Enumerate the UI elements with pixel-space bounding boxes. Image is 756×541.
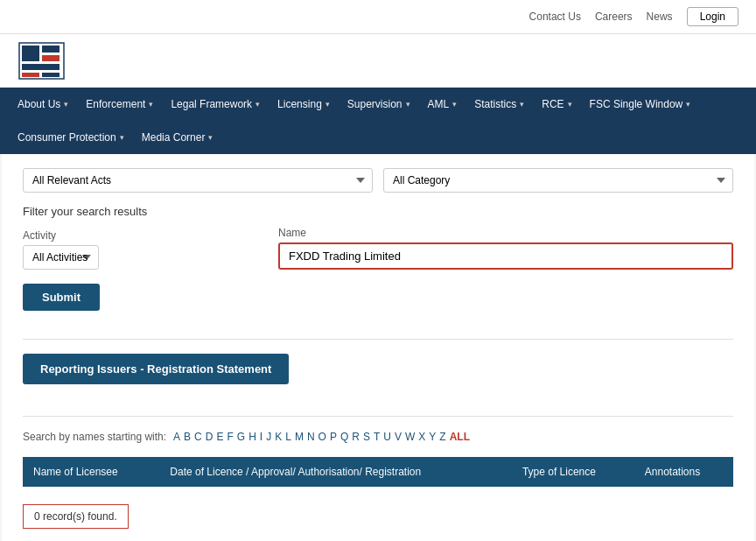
alpha-M[interactable]: M: [295, 431, 304, 443]
nav-legal-framework[interactable]: Legal Framework ▾: [162, 88, 269, 121]
name-input-wrapper: [278, 242, 733, 270]
table-header-name: Name of Licensee: [23, 457, 159, 487]
alpha-search-row: Search by names starting with: A B C D E…: [23, 431, 733, 443]
alpha-X[interactable]: X: [418, 431, 425, 443]
alpha-I[interactable]: I: [260, 431, 262, 443]
alpha-K[interactable]: K: [275, 431, 282, 443]
relevant-acts-select[interactable]: All Relevant Acts: [23, 168, 373, 193]
alpha-C[interactable]: C: [194, 431, 202, 443]
alpha-D[interactable]: D: [206, 431, 214, 443]
nav-consumer-protection[interactable]: Consumer Protection ▾: [9, 121, 133, 154]
results-table: Name of Licensee Date of Licence / Appro…: [23, 457, 733, 487]
header-logo-area: [0, 34, 756, 88]
filter-row-top: All Relevant Acts All Category: [23, 168, 733, 193]
alpha-V[interactable]: V: [395, 431, 402, 443]
table-header-row: Name of Licensee Date of Licence / Appro…: [23, 457, 733, 487]
nav-aml[interactable]: AML ▾: [419, 88, 466, 121]
name-column: Name: [278, 227, 733, 270]
svg-rect-1: [22, 46, 39, 61]
table-header-date: Date of Licence / Approval/ Authorisatio…: [159, 457, 512, 487]
alpha-L[interactable]: L: [285, 431, 291, 443]
activity-name-row: Activity All Activities Name: [23, 227, 733, 270]
alpha-G[interactable]: G: [237, 431, 245, 443]
alpha-search-label: Search by names starting with:: [23, 431, 166, 443]
alpha-Q[interactable]: Q: [340, 431, 348, 443]
main-content: All Relevant Acts All Category Filter yo…: [2, 154, 754, 541]
nav-legal-framework-arrow: ▾: [256, 100, 260, 109]
table-header-annotations: Annotations: [634, 457, 733, 487]
activity-column: Activity All Activities: [23, 229, 268, 270]
activity-select[interactable]: All Activities: [23, 245, 99, 270]
alpha-N[interactable]: N: [307, 431, 315, 443]
login-button[interactable]: Login: [687, 7, 738, 26]
alpha-Y[interactable]: Y: [429, 431, 436, 443]
nav-media-corner-arrow: ▾: [208, 133, 213, 142]
alpha-F[interactable]: F: [227, 431, 233, 443]
filter-section-title: Filter your search results: [23, 205, 733, 218]
divider-2: [23, 416, 733, 417]
alpha-O[interactable]: O: [318, 431, 326, 443]
alpha-J[interactable]: J: [266, 431, 271, 443]
submit-button[interactable]: Submit: [23, 284, 100, 311]
name-input[interactable]: [280, 244, 732, 268]
nav-fsc-single-window-arrow: ▾: [686, 100, 690, 109]
logo: [18, 41, 66, 81]
nav-enforcement-arrow: ▾: [149, 100, 153, 109]
alpha-B[interactable]: B: [184, 431, 191, 443]
alpha-E[interactable]: E: [216, 431, 223, 443]
nav-media-corner[interactable]: Media Corner ▾: [133, 121, 222, 154]
alpha-S[interactable]: S: [363, 431, 370, 443]
nav-statistics-arrow: ▾: [520, 100, 524, 109]
alpha-T[interactable]: T: [374, 431, 380, 443]
svg-rect-4: [22, 64, 60, 70]
alpha-Z[interactable]: Z: [439, 431, 445, 443]
top-bar: Contact Us Careers News Login: [0, 0, 756, 34]
nav-supervision[interactable]: Supervision ▾: [339, 88, 419, 121]
nav-licensing-arrow: ▾: [326, 100, 330, 109]
alpha-P[interactable]: P: [330, 431, 337, 443]
svg-rect-6: [42, 73, 60, 77]
alpha-W[interactable]: W: [405, 431, 415, 443]
alpha-A[interactable]: A: [173, 431, 180, 443]
table-header-type: Type of Licence: [512, 457, 634, 487]
news-link[interactable]: News: [647, 11, 673, 23]
nav-about-us-arrow: ▾: [64, 100, 68, 109]
activity-label: Activity: [23, 229, 268, 242]
nav-consumer-protection-arrow: ▾: [120, 133, 124, 142]
nav-supervision-arrow: ▾: [406, 100, 410, 109]
nav-enforcement[interactable]: Enforcement ▾: [77, 88, 162, 121]
svg-rect-3: [42, 55, 60, 61]
contact-us-link[interactable]: Contact Us: [529, 11, 581, 23]
reg-statement-button[interactable]: Reporting Issuers - Registration Stateme…: [23, 354, 289, 384]
svg-rect-2: [42, 46, 60, 53]
nav-statistics[interactable]: Statistics ▾: [466, 88, 533, 121]
nav-fsc-single-window[interactable]: FSC Single Window ▾: [581, 88, 700, 121]
name-label: Name: [278, 227, 733, 239]
navigation-bar: About Us ▾ Enforcement ▾ Legal Framework…: [0, 88, 756, 154]
svg-rect-5: [22, 73, 39, 77]
alpha-H[interactable]: H: [248, 431, 256, 443]
nav-licensing[interactable]: Licensing ▾: [269, 88, 339, 121]
divider-1: [23, 339, 733, 340]
alpha-R[interactable]: R: [352, 431, 360, 443]
nav-about-us[interactable]: About Us ▾: [9, 88, 77, 121]
alpha-ALL[interactable]: ALL: [450, 431, 470, 443]
all-category-select[interactable]: All Category: [383, 168, 733, 193]
nav-rce[interactable]: RCE ▾: [533, 88, 580, 121]
careers-link[interactable]: Careers: [595, 11, 633, 23]
nav-aml-arrow: ▾: [452, 100, 457, 109]
alpha-U[interactable]: U: [383, 431, 391, 443]
nav-rce-arrow: ▾: [568, 100, 572, 109]
no-records-message: 0 record(s) found.: [23, 504, 129, 529]
